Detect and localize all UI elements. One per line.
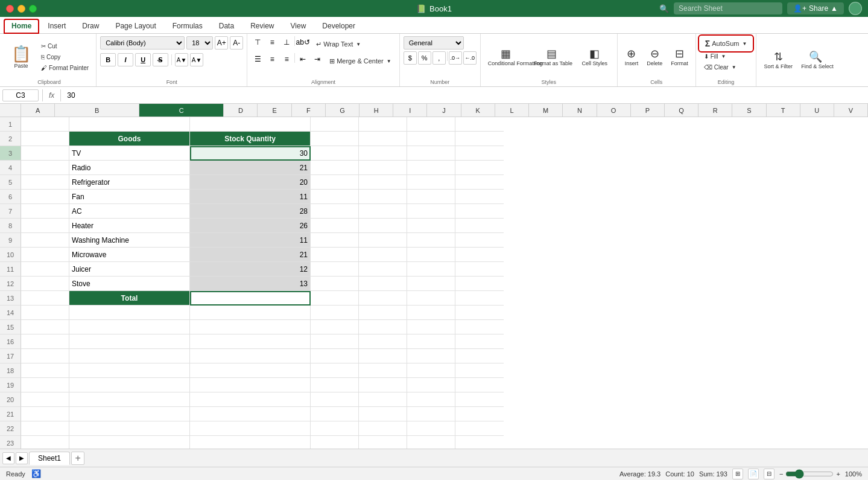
align-top-button[interactable]: ⊤ (251, 36, 264, 48)
cell-e4[interactable] (359, 161, 407, 175)
align-center-button[interactable]: ≡ (265, 53, 279, 65)
tab-page-layout[interactable]: Page Layout (107, 19, 163, 33)
cell-e8[interactable] (359, 219, 407, 233)
cell-g10[interactable] (455, 248, 504, 262)
col-header-t[interactable]: T (767, 104, 800, 117)
cell-e9[interactable] (359, 233, 407, 248)
cell-f1[interactable] (407, 117, 455, 132)
cell-e19[interactable] (359, 378, 407, 392)
cell-e6[interactable] (359, 190, 407, 204)
cell-c17[interactable] (190, 349, 311, 363)
cell-a13[interactable] (21, 291, 69, 306)
cell-a23[interactable] (21, 436, 69, 449)
cell-d23[interactable] (311, 436, 359, 449)
cell-c3[interactable]: 30 (190, 146, 311, 161)
cell-a11[interactable] (21, 262, 69, 277)
cell-c22[interactable] (190, 421, 311, 436)
normal-view-button[interactable]: ⊞ (732, 469, 743, 479)
decrease-indent-button[interactable]: ⇤ (296, 53, 309, 65)
cell-g19[interactable] (455, 378, 504, 392)
cell-g8[interactable] (455, 219, 504, 233)
cell-d12[interactable] (311, 277, 359, 291)
col-header-v[interactable]: V (834, 104, 868, 117)
zoom-out-icon[interactable]: − (779, 470, 783, 478)
cell-a12[interactable] (21, 277, 69, 291)
fill-button[interactable]: ⬇ Fill ▼ (700, 51, 753, 62)
cell-e21[interactable] (359, 407, 407, 421)
fill-color-button[interactable]: A▼ (175, 53, 188, 66)
italic-button[interactable]: I (118, 53, 133, 66)
cell-d5[interactable] (311, 175, 359, 190)
cell-e11[interactable] (359, 262, 407, 277)
col-header-d[interactable]: D (224, 104, 258, 117)
col-header-l[interactable]: L (495, 104, 529, 117)
cell-c9[interactable]: 11 (190, 233, 311, 248)
cell-g13[interactable] (455, 291, 504, 306)
cell-b7[interactable]: AC (69, 204, 190, 219)
cell-b12[interactable]: Stove (69, 277, 190, 291)
cell-d3[interactable] (311, 146, 359, 161)
cell-a4[interactable] (21, 161, 69, 175)
cell-c15[interactable] (190, 320, 311, 334)
grid-container[interactable]: A B C D E F G H I J K L M N O P Q R S T (0, 104, 868, 449)
cell-g2[interactable] (455, 132, 504, 146)
underline-button[interactable]: U (135, 53, 151, 66)
cell-b1[interactable] (69, 117, 190, 132)
cell-b4[interactable]: Radio (69, 161, 190, 175)
page-layout-view-button[interactable]: 📄 (748, 469, 759, 479)
cell-g21[interactable] (455, 407, 504, 421)
bold-button[interactable]: B (100, 53, 116, 66)
cell-c10[interactable]: 21 (190, 248, 311, 262)
cell-e22[interactable] (359, 421, 407, 436)
col-header-i[interactable]: I (393, 104, 427, 117)
format-button[interactable]: ⊟ Format (667, 46, 692, 69)
col-header-c[interactable]: C (139, 104, 224, 117)
tab-review[interactable]: Review (242, 19, 282, 33)
cell-g9[interactable] (455, 233, 504, 248)
cell-d18[interactable] (311, 363, 359, 378)
cell-e1[interactable] (359, 117, 407, 132)
cell-b9[interactable]: Washing Machine (69, 233, 190, 248)
sort-filter-button[interactable]: ⇅ Sort & Filter (760, 49, 796, 72)
cell-d15[interactable] (311, 320, 359, 334)
cell-b18[interactable] (69, 363, 190, 378)
cell-e14[interactable] (359, 306, 407, 320)
cell-e17[interactable] (359, 349, 407, 363)
cell-g17[interactable] (455, 349, 504, 363)
cell-a6[interactable] (21, 190, 69, 204)
cell-a22[interactable] (21, 421, 69, 436)
cell-c13[interactable] (190, 291, 311, 306)
delete-button[interactable]: ⊖ Delete (643, 46, 666, 69)
col-header-q[interactable]: Q (665, 104, 699, 117)
cell-a16[interactable] (21, 334, 69, 349)
cell-c14[interactable] (190, 306, 311, 320)
cell-f10[interactable] (407, 248, 455, 262)
cell-g16[interactable] (455, 334, 504, 349)
cell-f15[interactable] (407, 320, 455, 334)
cell-c20[interactable] (190, 392, 311, 407)
cell-b15[interactable] (69, 320, 190, 334)
cell-c11[interactable]: 12 (190, 262, 311, 277)
align-right-button[interactable]: ≡ (280, 53, 293, 65)
cell-e13[interactable] (359, 291, 407, 306)
cell-g15[interactable] (455, 320, 504, 334)
cell-g3[interactable] (455, 146, 504, 161)
cell-a14[interactable] (21, 306, 69, 320)
cell-b17[interactable] (69, 349, 190, 363)
cell-c6[interactable]: 11 (190, 190, 311, 204)
cell-e23[interactable] (359, 436, 407, 449)
cell-c21[interactable] (190, 407, 311, 421)
cell-a15[interactable] (21, 320, 69, 334)
cell-f3[interactable] (407, 146, 455, 161)
tab-formulas[interactable]: Formulas (165, 19, 211, 33)
cell-e7[interactable] (359, 204, 407, 219)
cell-b19[interactable] (69, 378, 190, 392)
increase-font-button[interactable]: A+ (215, 36, 228, 50)
col-header-n[interactable]: N (563, 104, 597, 117)
col-header-e[interactable]: E (258, 104, 291, 117)
sheet-tab-sheet1[interactable]: Sheet1 (29, 452, 70, 465)
page-break-view-button[interactable]: ⊟ (764, 469, 775, 479)
cell-a20[interactable] (21, 392, 69, 407)
tab-data[interactable]: Data (211, 19, 242, 33)
cell-g23[interactable] (455, 436, 504, 449)
